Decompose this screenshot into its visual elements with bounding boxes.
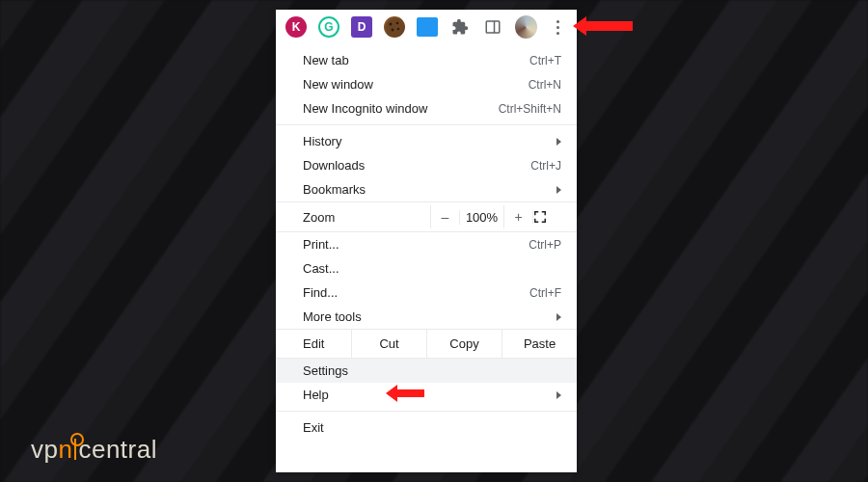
menu-label: Exit [303,420,561,435]
menu-item-zoom: Zoom – 100% + [276,201,577,232]
menu-separator [276,124,577,125]
watermark-logo: vpncentral [31,435,157,465]
annotation-arrow-to-settings [395,389,424,397]
menu-label: New window [303,77,529,92]
menu-item-settings[interactable]: Settings [276,359,577,383]
watermark-text-right: central [78,435,157,464]
menu-item-find[interactable]: Find... Ctrl+F [276,281,577,305]
menu-shortcut: Ctrl+F [529,286,561,300]
menu-item-incognito[interactable]: New Incognito window Ctrl+Shift+N [276,96,577,120]
menu-item-cast[interactable]: Cast... [276,256,577,281]
menu-item-downloads[interactable]: Downloads Ctrl+J [276,153,577,177]
pin-icon [74,439,76,460]
svg-point-4 [397,28,399,30]
menu-item-edit-row: Edit Cut Copy Paste [276,329,577,359]
chrome-main-menu: New tab Ctrl+T New window Ctrl+N New Inc… [276,44,577,472]
side-panel-icon[interactable] [482,16,503,38]
menu-label: Bookmarks [303,182,556,197]
svg-point-2 [396,22,399,25]
menu-label: Find... [303,285,529,300]
menu-label: Help [303,388,556,402]
menu-item-exit[interactable]: Exit [276,415,577,440]
menu-item-print[interactable]: Print... Ctrl+P [276,232,577,256]
menu-label: New tab [303,53,529,67]
chevron-right-icon [556,313,561,321]
annotation-arrow-to-menu [583,21,633,31]
zoom-out-button[interactable]: – [430,205,459,228]
extension-icon-cookie[interactable] [384,16,405,38]
menu-label: New Incognito window [303,101,499,116]
svg-point-0 [386,18,403,36]
fullscreen-button[interactable] [532,210,567,224]
profile-avatar-icon[interactable] [515,15,537,39]
menu-item-new-tab[interactable]: New tab Ctrl+T [276,48,577,72]
extension-icon-d[interactable]: D [351,16,372,38]
chevron-right-icon [556,138,561,146]
menu-label: More tools [303,309,556,324]
extensions-puzzle-icon[interactable] [449,16,471,38]
zoom-in-button[interactable]: + [503,205,532,228]
menu-item-bookmarks[interactable]: Bookmarks [276,177,577,201]
watermark-text-left: vp [31,435,58,464]
menu-shortcut: Ctrl+J [530,159,561,173]
svg-point-3 [392,29,394,32]
menu-shortcut: Ctrl+N [529,78,561,92]
svg-rect-5 [486,21,500,33]
menu-shortcut: Ctrl+P [529,238,561,252]
menu-item-help[interactable]: Help [276,383,577,407]
menu-label: Settings [303,363,561,378]
menu-shortcut: Ctrl+Shift+N [499,102,561,116]
zoom-value: 100% [459,210,503,225]
chrome-menu-panel: K G D New tab Ctrl+T New window Ctrl+N N… [276,10,577,472]
three-dots-menu-button[interactable] [549,20,567,35]
extension-icon-k[interactable]: K [285,16,307,38]
edit-paste-button[interactable]: Paste [502,330,577,358]
svg-point-1 [390,23,393,26]
menu-shortcut: Ctrl+T [529,54,561,67]
browser-toolbar: K G D [276,10,577,44]
chevron-right-icon [556,391,561,399]
menu-label: Print... [303,237,529,252]
extension-icon-g[interactable]: G [318,16,339,38]
extension-icon-blue[interactable] [417,17,438,37]
menu-separator [276,411,577,412]
menu-item-more-tools[interactable]: More tools [276,305,577,329]
zoom-label: Zoom [303,210,430,225]
edit-cut-button[interactable]: Cut [351,330,426,358]
menu-label: Downloads [303,158,530,173]
edit-copy-button[interactable]: Copy [426,330,502,358]
menu-item-new-window[interactable]: New window Ctrl+N [276,72,577,96]
menu-label: Cast... [303,261,561,276]
menu-label: History [303,134,556,148]
menu-item-history[interactable]: History [276,129,577,153]
edit-label: Edit [276,330,351,358]
chevron-right-icon [556,186,561,194]
